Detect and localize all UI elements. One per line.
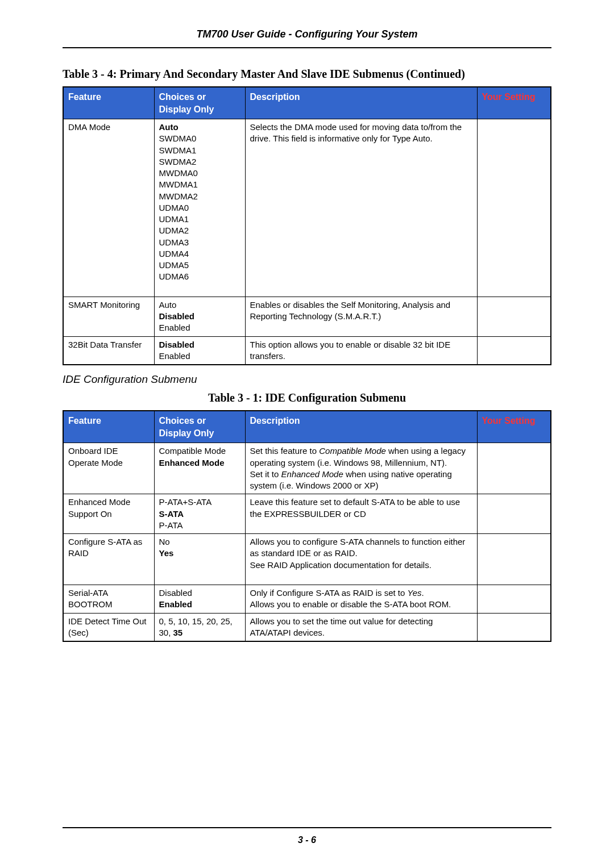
cell-choices: Disabled Enabled bbox=[154, 336, 245, 365]
choices-rest: Enabled bbox=[159, 323, 190, 332]
table-row: IDE Detect Time Out (Sec) 0, 5, 10, 15, … bbox=[63, 613, 551, 641]
page-footer: 3 - 6 bbox=[63, 827, 551, 845]
choices-pre: Auto bbox=[159, 300, 177, 310]
cell-feature: 32Bit Data Transfer bbox=[63, 336, 154, 365]
table-row: Onboard IDE Operate Mode Compatible Mode… bbox=[63, 443, 551, 494]
cell-choices: 0, 5, 10, 15, 20, 25, 30, 35 bbox=[154, 613, 245, 641]
desc-it: Yes bbox=[408, 588, 422, 598]
cell-setting bbox=[477, 443, 551, 494]
table-row: Enhanced Mode Support On P-ATA+S-ATA S-A… bbox=[63, 494, 551, 534]
table2: Feature Choices or Display Only Descript… bbox=[63, 410, 551, 642]
cell-description: Allows you to configure S-ATA channels t… bbox=[245, 534, 477, 585]
cell-choices: Auto Disabled Enabled bbox=[154, 297, 245, 336]
cell-feature: DMA Mode bbox=[63, 119, 154, 297]
choices-bold: Yes bbox=[159, 548, 174, 558]
table-row: 32Bit Data Transfer Disabled Enabled Thi… bbox=[63, 336, 551, 365]
cell-feature: Enhanced Mode Support On bbox=[63, 494, 154, 534]
page-header: TM700 User Guide - Configuring Your Syst… bbox=[63, 28, 551, 48]
th-choices-text: Choices or Display Only bbox=[159, 416, 214, 438]
cell-feature: Serial-ATA BOOTROM bbox=[63, 585, 154, 614]
choices-pre: P-ATA+S-ATA bbox=[159, 497, 212, 507]
desc-pre: Only if Configure S-ATA as RAID is set t… bbox=[250, 588, 408, 598]
choices-bold: S-ATA bbox=[159, 509, 184, 519]
table2-caption: Table 3 - 1: IDE Configuration Submenu bbox=[63, 391, 551, 404]
cell-description: Leave this feature set to default S-ATA … bbox=[245, 494, 477, 534]
cell-setting bbox=[477, 613, 551, 641]
cell-choices: P-ATA+S-ATA S-ATA P-ATA bbox=[154, 494, 245, 534]
cell-setting bbox=[477, 494, 551, 534]
table-header-row: Feature Choices or Display Only Descript… bbox=[63, 411, 551, 443]
cell-choices: Compatible Mode Enhanced Mode bbox=[154, 443, 245, 494]
th-description: Description bbox=[245, 411, 477, 443]
desc-it: Compatible Mode bbox=[319, 446, 386, 456]
choices-bold: Disabled bbox=[159, 311, 195, 321]
cell-description: Only if Configure S-ATA as RAID is set t… bbox=[245, 585, 477, 614]
cell-setting bbox=[477, 119, 551, 297]
table-row: DMA Mode Auto SWDMA0 SWDMA1 SWDMA2 MWDMA… bbox=[63, 119, 551, 297]
choices-rest: SWDMA0 SWDMA1 SWDMA2 MWDMA0 MWDMA1 MWDMA… bbox=[159, 133, 198, 281]
cell-description: This option allows you to enable or disa… bbox=[245, 336, 477, 365]
cell-description: Enables or disables the Self Monitoring,… bbox=[245, 297, 477, 336]
cell-setting bbox=[477, 534, 551, 585]
desc-it: Enhanced Mode bbox=[281, 469, 343, 479]
choices-pre: No bbox=[159, 537, 170, 546]
cell-description: Selects the DMA mode used for moving dat… bbox=[245, 119, 477, 297]
choices-pre: Disabled bbox=[159, 588, 192, 598]
choices-rest: Enabled bbox=[159, 351, 190, 361]
table-row: Configure S-ATA as RAID No Yes Allows yo… bbox=[63, 534, 551, 585]
choices-bold: Disabled bbox=[159, 340, 195, 349]
choices-bold-inline: 35 bbox=[173, 628, 183, 637]
cell-setting bbox=[477, 585, 551, 614]
choices-bold: Enhanced Mode bbox=[159, 458, 225, 468]
th-feature: Feature bbox=[63, 87, 154, 119]
cell-feature: IDE Detect Time Out (Sec) bbox=[63, 613, 154, 641]
cell-choices: No Yes bbox=[154, 534, 245, 585]
cell-description: Set this feature to Compatible Mode when… bbox=[245, 443, 477, 494]
cell-feature: SMART Monitoring bbox=[63, 297, 154, 336]
desc-pre: Set this feature to bbox=[250, 446, 320, 456]
cell-choices: Auto SWDMA0 SWDMA1 SWDMA2 MWDMA0 MWDMA1 … bbox=[154, 119, 245, 297]
cell-feature: Configure S-ATA as RAID bbox=[63, 534, 154, 585]
subsection-title: IDE Configuration Submenu bbox=[63, 373, 551, 386]
choices-rest: P-ATA bbox=[159, 520, 183, 530]
table-row: Serial-ATA BOOTROM Disabled Enabled Only… bbox=[63, 585, 551, 614]
cell-feature: Onboard IDE Operate Mode bbox=[63, 443, 154, 494]
cell-choices: Disabled Enabled bbox=[154, 585, 245, 614]
th-choices: Choices or Display Only bbox=[154, 87, 245, 119]
cell-setting bbox=[477, 336, 551, 365]
th-description: Description bbox=[245, 87, 477, 119]
cell-description: Allows you to set the time out value for… bbox=[245, 613, 477, 641]
choices-bold: Auto bbox=[159, 122, 179, 132]
th-setting: Your Setting bbox=[477, 87, 551, 119]
choices-bold: Enabled bbox=[159, 599, 192, 609]
table-header-row: Feature Choices or Display Only Descript… bbox=[63, 87, 551, 119]
th-choices-text: Choices or Display Only bbox=[159, 92, 214, 114]
th-feature: Feature bbox=[63, 411, 154, 443]
cell-setting bbox=[477, 297, 551, 336]
choices-pre: Compatible Mode bbox=[159, 446, 226, 456]
table1: Feature Choices or Display Only Descript… bbox=[63, 86, 551, 365]
choices-pre: 0, 5, 10, 15, 20, 25, 30, bbox=[159, 616, 233, 637]
desc-text: Allows you to configure S-ATA channels t… bbox=[250, 537, 466, 570]
table-row: SMART Monitoring Auto Disabled Enabled E… bbox=[63, 297, 551, 336]
table1-caption: Table 3 - 4: Primary And Secondary Maste… bbox=[63, 68, 551, 81]
th-setting: Your Setting bbox=[477, 411, 551, 443]
th-choices: Choices or Display Only bbox=[154, 411, 245, 443]
